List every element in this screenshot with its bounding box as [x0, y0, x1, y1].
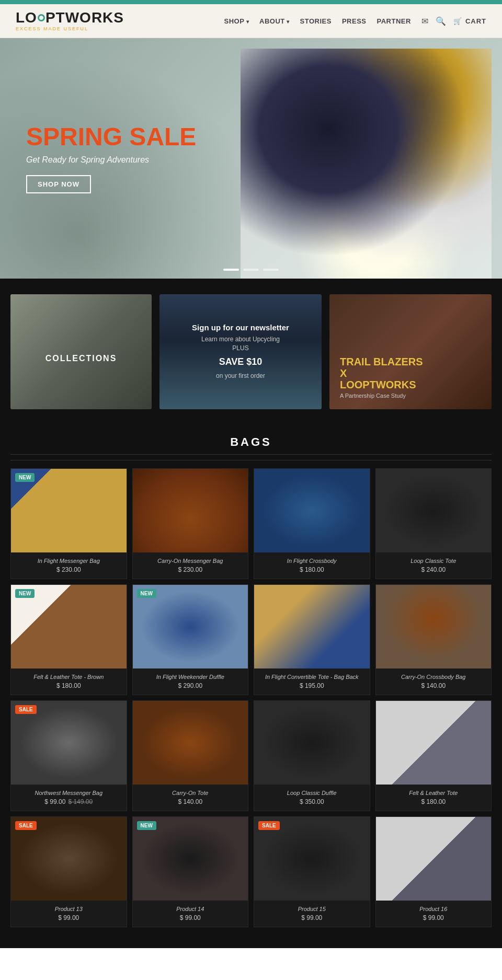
product-card[interactable]: Loop Classic Duffle $ 350.00 [254, 700, 370, 811]
product-card[interactable]: Carry-On Crossbody Bag $ 140.00 [375, 584, 492, 695]
product-info: Felt & Leather Tote $ 180.00 [376, 785, 492, 811]
product-name: Product 14 [138, 906, 243, 912]
product-price-container: $ 140.00 [381, 682, 486, 689]
nav-press[interactable]: PRESS [342, 17, 367, 25]
hero-dot-3[interactable] [263, 269, 279, 271]
product-price-container: $ 350.00 [259, 798, 364, 805]
partner-title-line1: TRAIL BLAZERS [340, 356, 423, 367]
product-image [376, 469, 492, 552]
product-card[interactable]: Carry-On Messenger Bag $ 230.00 [132, 468, 249, 579]
nav-about[interactable]: ABOUT [259, 17, 290, 25]
partner-title-x: X [340, 367, 347, 379]
product-grid: NEW In Flight Messenger Bag $ 230.00 Car… [10, 468, 492, 927]
product-price-container: $ 180.00 [259, 566, 364, 573]
hero-products-image [241, 49, 492, 279]
logo-o [38, 14, 45, 21]
product-price: $ 180.00 [300, 566, 324, 573]
nav-shop[interactable]: SHOP [224, 17, 249, 25]
product-badge: NEW [15, 473, 35, 482]
product-info: Felt & Leather Tote - Brown $ 180.00 [11, 668, 127, 695]
product-card[interactable]: Carry-On Tote $ 140.00 [132, 700, 249, 811]
product-name: Loop Classic Tote [381, 558, 486, 564]
cart-icon: 🛒 [453, 17, 462, 25]
cart-label: CART [465, 17, 486, 25]
product-info: Product 16 $ 99.00 [376, 901, 492, 927]
product-image [254, 469, 370, 552]
product-info: In Flight Messenger Bag $ 230.00 [11, 552, 127, 579]
product-card[interactable]: In Flight Crossbody $ 180.00 [254, 468, 370, 579]
nav-icons: ✉ 🔍 🛒 CART [421, 16, 486, 26]
product-card[interactable]: SALE Northwest Messenger Bag $ 99.00$ 14… [10, 700, 127, 811]
panel-newsletter[interactable]: Sign up for our newsletter Learn more ab… [159, 294, 322, 409]
product-name: Felt & Leather Tote [381, 790, 486, 796]
logo[interactable]: LOPTWORKS EXCESS MADE USEFUL [16, 10, 124, 31]
logo-tagline: EXCESS MADE USEFUL [16, 26, 124, 31]
hero-content: SPRING SALE Get Ready for Spring Adventu… [0, 123, 201, 193]
hero-dot-1[interactable] [223, 269, 239, 271]
product-price: $ 230.00 [178, 566, 202, 573]
product-name: Product 16 [381, 906, 486, 912]
product-price: $ 195.00 [300, 682, 324, 689]
product-badge: SALE [15, 821, 37, 830]
user-icon[interactable]: ✉ [421, 16, 428, 26]
product-price-container: $ 99.00 [138, 914, 243, 921]
product-price: $ 99.00 [44, 798, 65, 805]
product-price: $ 99.00 [301, 914, 322, 921]
product-price: $ 230.00 [56, 566, 81, 573]
product-info: Product 13 $ 99.00 [11, 901, 127, 927]
product-info: In Flight Convertible Tote - Bag Back $ … [254, 668, 370, 695]
partner-description: A Partnership Case Study [340, 393, 406, 399]
product-info: Carry-On Messenger Bag $ 230.00 [133, 552, 248, 579]
product-badge: NEW [137, 589, 156, 598]
product-card[interactable]: Product 16 $ 99.00 [375, 816, 492, 927]
product-name: Product 13 [16, 906, 121, 912]
product-card[interactable]: In Flight Convertible Tote - Bag Back $ … [254, 584, 370, 695]
product-badge: NEW [15, 589, 35, 598]
main-nav: SHOP ABOUT STORIES PRESS PARTNER ✉ 🔍 🛒 C… [224, 16, 486, 26]
newsletter-heading: Sign up for our newsletter [192, 323, 289, 332]
nav-partner[interactable]: PARTNER [377, 17, 411, 25]
product-price: $ 99.00 [180, 914, 201, 921]
product-card[interactable]: Loop Classic Tote $ 240.00 [375, 468, 492, 579]
product-info: Loop Classic Tote $ 240.00 [376, 552, 492, 579]
product-name: In Flight Convertible Tote - Bag Back [259, 674, 364, 680]
product-info: Product 15 $ 99.00 [254, 901, 370, 927]
product-card[interactable]: NEW Product 14 $ 99.00 [132, 816, 249, 927]
product-info: Carry-On Tote $ 140.00 [133, 785, 248, 811]
product-price: $ 290.00 [178, 682, 202, 689]
newsletter-line1: Learn more about Upcycling [201, 335, 280, 344]
product-price-container: $ 230.00 [138, 566, 243, 573]
product-card[interactable]: NEW In Flight Weekender Duffle $ 290.00 [132, 584, 249, 695]
product-card[interactable]: NEW Felt & Leather Tote - Brown $ 180.00 [10, 584, 127, 695]
logo-text: LOPTWORKS [16, 10, 124, 25]
product-price-container: $ 99.00 [259, 914, 364, 921]
panel-collections[interactable]: COLLECTIONS [10, 294, 152, 409]
product-info: In Flight Weekender Duffle $ 290.00 [133, 668, 248, 695]
hero-product-mockup [241, 49, 492, 279]
panel-partner[interactable]: TRAIL BLAZERS X LOOPTWORKS A Partnership… [329, 294, 492, 409]
nav-stories[interactable]: STORIES [300, 17, 332, 25]
product-name: Carry-On Tote [138, 790, 243, 796]
product-price-container: $ 240.00 [381, 566, 486, 573]
hero-cta-button[interactable]: SHOP NOW [26, 175, 91, 193]
product-card[interactable]: SALE Product 13 $ 99.00 [10, 816, 127, 927]
product-image [376, 701, 492, 785]
newsletter-plus: PLUS [232, 344, 248, 353]
product-badge: NEW [137, 821, 156, 830]
top-bar [0, 0, 502, 4]
product-price-container: $ 195.00 [259, 682, 364, 689]
product-name: Felt & Leather Tote - Brown [16, 674, 121, 680]
hero-dot-2[interactable] [243, 269, 259, 271]
product-price-container: $ 180.00 [16, 682, 121, 689]
product-image [133, 701, 248, 785]
search-icon[interactable]: 🔍 [436, 16, 446, 26]
product-card[interactable]: NEW In Flight Messenger Bag $ 230.00 [10, 468, 127, 579]
product-card[interactable]: SALE Product 15 $ 99.00 [254, 816, 370, 927]
product-price-container: $ 290.00 [138, 682, 243, 689]
product-card[interactable]: Felt & Leather Tote $ 180.00 [375, 700, 492, 811]
cart-button[interactable]: 🛒 CART [453, 17, 486, 25]
product-image [254, 701, 370, 785]
promo-panels: COLLECTIONS Sign up for our newsletter L… [0, 279, 502, 425]
product-info: Product 14 $ 99.00 [133, 901, 248, 927]
product-badge: SALE [258, 821, 280, 830]
